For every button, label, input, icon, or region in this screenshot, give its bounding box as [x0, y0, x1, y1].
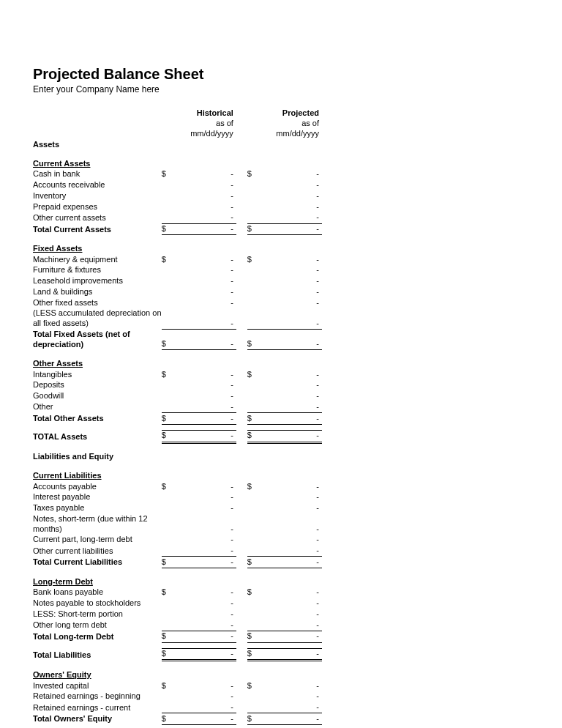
- liab-equity-heading: Liabilities and Equity: [33, 452, 162, 463]
- proj-val: -: [264, 380, 322, 391]
- hist-val: -: [179, 546, 236, 557]
- proj-cur: $: [247, 169, 264, 180]
- hist-val: -: [179, 329, 236, 350]
- hist-val: -: [179, 212, 236, 223]
- hist-val: -: [179, 648, 236, 661]
- proj-cur: $: [247, 680, 264, 691]
- projected-header: Projected: [264, 108, 322, 119]
- hist-val: -: [179, 276, 236, 287]
- proj-val: -: [264, 680, 322, 691]
- hist-val: -: [179, 631, 236, 642]
- hist-val: -: [179, 223, 236, 235]
- label-less-st-portion: LESS: Short-term portion: [33, 609, 162, 620]
- hist-val: -: [179, 492, 236, 503]
- row-invested-capital: Invested capital$-$-: [33, 680, 322, 691]
- proj-val: -: [264, 648, 322, 661]
- fixed-assets-heading: Fixed Assets: [33, 243, 162, 254]
- label-machinery: Machinery & equipment: [33, 254, 162, 265]
- current-assets-heading: Current Assets: [33, 158, 162, 169]
- row-total-lt-debt: Total Long-term Debt$-$-: [33, 631, 322, 642]
- hist-val: -: [179, 180, 236, 191]
- proj-val: -: [264, 546, 322, 557]
- row-other-lt-debt: Other long term debt--: [33, 620, 322, 631]
- label-invested-capital: Invested capital: [33, 680, 162, 691]
- proj-val: -: [264, 276, 322, 287]
- proj-val: -: [264, 492, 322, 503]
- row-cash-in-bank: Cash in bank$-$-: [33, 169, 322, 180]
- column-headers-bold: Historical Projected: [33, 108, 322, 119]
- balance-sheet-table: Historical Projected as of mm/dd/yyyy as…: [33, 108, 322, 728]
- proj-cur: $: [247, 713, 264, 725]
- hist-cur: $: [162, 680, 179, 691]
- proj-val: -: [264, 620, 322, 631]
- proj-val: -: [264, 702, 322, 713]
- historical-header: Historical: [179, 108, 236, 119]
- label-other: Other: [33, 401, 162, 412]
- hist-cur: $: [162, 223, 179, 235]
- hist-cur: $: [162, 631, 179, 642]
- hist-val: -: [179, 598, 236, 609]
- hist-val: -: [179, 430, 236, 442]
- row-retained-beginning: Retained earnings - beginning--: [33, 691, 322, 702]
- proj-val: -: [264, 180, 322, 191]
- row-total-fixed-assets: Total Fixed Assets (net of depreciation)…: [33, 329, 322, 350]
- proj-cur: $: [247, 631, 264, 642]
- hist-val: -: [179, 369, 236, 380]
- proj-val: -: [264, 713, 322, 725]
- proj-cur: $: [247, 557, 264, 568]
- proj-val: -: [264, 391, 322, 402]
- row-other-fixed: Other fixed assets--: [33, 297, 322, 308]
- proj-val: -: [264, 212, 322, 223]
- hist-val: -: [179, 254, 236, 265]
- hist-val: -: [179, 308, 236, 330]
- hist-cur: $: [162, 430, 179, 442]
- hist-cur: $: [162, 557, 179, 568]
- row-current-part-lt: Current part, long-term debt--: [33, 535, 322, 546]
- proj-cur: $: [247, 369, 264, 380]
- proj-val: -: [264, 308, 322, 330]
- label-intangibles: Intangibles: [33, 369, 162, 380]
- company-name-placeholder: Enter your Company Name here: [33, 84, 529, 94]
- hist-val: -: [179, 481, 236, 492]
- label-inventory: Inventory: [33, 190, 162, 201]
- proj-cur: $: [247, 223, 264, 235]
- proj-val: -: [264, 401, 322, 412]
- label-accounts-payable: Accounts payable: [33, 481, 162, 492]
- row-bank-loans: Bank loans payable$-$-: [33, 587, 322, 598]
- row-total-current-assets: Total Current Assets$-$-: [33, 223, 322, 235]
- proj-val: -: [264, 265, 322, 276]
- label-retained-begin: Retained earnings - beginning: [33, 691, 162, 702]
- owners-equity-heading: Owners' Equity: [33, 669, 162, 680]
- proj-val: -: [264, 535, 322, 546]
- label-furniture: Furniture & fixtures: [33, 265, 162, 276]
- label-leasehold: Leasehold improvements: [33, 276, 162, 287]
- proj-val: -: [264, 691, 322, 702]
- current-liabilities-heading: Current Liabilities: [33, 470, 162, 481]
- proj-val: -: [264, 254, 322, 265]
- label-accounts-receivable: Accounts receivable: [33, 180, 162, 191]
- hist-cur: $: [162, 254, 179, 265]
- long-term-debt-heading: Long-term Debt: [33, 576, 162, 587]
- other-assets-heading: Other Assets: [33, 358, 162, 369]
- label-other-current-liab: Other current liabilities: [33, 546, 162, 557]
- label-cash-in-bank: Cash in bank: [33, 169, 162, 180]
- row-furniture: Furniture & fixtures--: [33, 265, 322, 276]
- row-prepaid-expenses: Prepaid expenses--: [33, 201, 322, 212]
- row-total-liabilities: Total Liabilities$-$-: [33, 648, 322, 661]
- proj-val: -: [264, 413, 322, 425]
- hist-val: -: [179, 413, 236, 425]
- label-total-other: Total Other Assets: [33, 413, 162, 425]
- hist-val: -: [179, 620, 236, 631]
- row-accounts-payable: Accounts payable$-$-: [33, 481, 322, 492]
- column-headers-date: as of mm/dd/yyyy as of mm/dd/yyyy: [33, 119, 322, 140]
- proj-val: -: [264, 169, 322, 180]
- row-leasehold: Leasehold improvements--: [33, 276, 322, 287]
- hist-val: -: [179, 702, 236, 713]
- proj-val: -: [264, 587, 322, 598]
- proj-val: -: [264, 598, 322, 609]
- hist-cur: $: [162, 369, 179, 380]
- label-interest-payable: Interest payable: [33, 492, 162, 503]
- row-interest-payable: Interest payable--: [33, 492, 322, 503]
- hist-cur: $: [162, 329, 179, 350]
- label-total-fixed: Total Fixed Assets (net of depreciation): [33, 329, 162, 350]
